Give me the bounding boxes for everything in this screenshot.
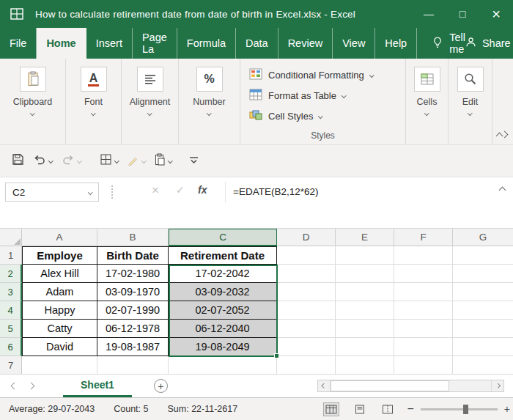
- tell-me-box[interactable]: Tell me: [432, 28, 465, 59]
- zoom-slider-thumb[interactable]: [463, 405, 468, 414]
- row-header-2[interactable]: 2: [0, 265, 22, 283]
- cell-D6[interactable]: [277, 338, 336, 356]
- cell-F4[interactable]: [394, 301, 453, 320]
- redo-button[interactable]: [57, 151, 86, 172]
- cell-B6[interactable]: 19-08-1987: [97, 338, 169, 356]
- cell-D3[interactable]: [277, 283, 336, 301]
- insert-function-button[interactable]: fx: [198, 185, 207, 195]
- cell-D2[interactable]: [277, 265, 336, 283]
- tab-help[interactable]: Help: [375, 28, 417, 59]
- redo-dropdown-icon[interactable]: [77, 158, 81, 163]
- alignment-group-button[interactable]: Alignment: [122, 59, 179, 144]
- format-as-table-dropdown-icon[interactable]: [342, 93, 346, 97]
- save-button[interactable]: [7, 150, 29, 172]
- name-box-dropdown-icon[interactable]: [88, 190, 92, 194]
- cells-group-button[interactable]: Cells: [406, 59, 449, 144]
- cell-E7[interactable]: [336, 356, 394, 374]
- formula-input[interactable]: =EDATE(B2,12*62): [233, 186, 318, 197]
- cell-F5[interactable]: [394, 320, 453, 338]
- format-as-table-button[interactable]: Format as Table: [249, 85, 405, 106]
- font-dropdown-icon[interactable]: [91, 111, 95, 115]
- editing-dropdown-icon[interactable]: [468, 111, 472, 115]
- tab-insert[interactable]: Insert: [86, 28, 133, 59]
- sheet-nav-left-icon[interactable]: [11, 383, 18, 390]
- cell-B3[interactable]: 03-09-1970: [97, 283, 169, 301]
- zoom-slider[interactable]: [421, 408, 498, 410]
- cancel-button[interactable]: ×: [152, 184, 159, 196]
- cell-styles-dropdown-icon[interactable]: [318, 114, 322, 118]
- tab-review[interactable]: Review: [278, 28, 333, 59]
- cell-E4[interactable]: [336, 301, 394, 320]
- cell-B5[interactable]: 06-12-1978: [97, 320, 169, 338]
- tab-formulas[interactable]: Formula: [177, 28, 236, 59]
- scroll-right-button[interactable]: [491, 380, 503, 391]
- cell-C6[interactable]: 19-08-2049: [169, 338, 277, 356]
- zoom-out-button[interactable]: −: [407, 403, 413, 415]
- column-header-G[interactable]: G: [453, 229, 513, 246]
- paste-dropdown-icon[interactable]: [168, 158, 172, 163]
- paste-button[interactable]: [150, 150, 177, 172]
- cell-G5[interactable]: [453, 320, 513, 338]
- cell-D4[interactable]: [277, 301, 336, 320]
- conditional-formatting-button[interactable]: Conditional Formatting: [249, 65, 405, 85]
- cell-E3[interactable]: [336, 283, 394, 301]
- tab-view[interactable]: View: [333, 28, 375, 59]
- horizontal-scrollbar[interactable]: [317, 380, 504, 392]
- cell-F2[interactable]: [394, 265, 453, 283]
- scroll-left-button[interactable]: [318, 380, 331, 391]
- cell-A3[interactable]: Adam: [22, 283, 97, 301]
- row-header-7[interactable]: 7: [0, 356, 22, 374]
- scrollbar-track[interactable]: [331, 380, 491, 391]
- cell-C4[interactable]: 02-07-2052: [169, 301, 277, 320]
- cell-E5[interactable]: [336, 320, 394, 338]
- cell-A6[interactable]: David: [22, 338, 97, 356]
- format-painter-button[interactable]: [123, 151, 150, 172]
- cell-F1[interactable]: [394, 246, 453, 265]
- customize-quick-access-button[interactable]: [184, 152, 204, 171]
- row-header-5[interactable]: 5: [0, 320, 22, 338]
- undo-button[interactable]: [29, 151, 57, 172]
- editing-group-button[interactable]: Edit: [449, 59, 492, 144]
- font-group-button[interactable]: A Font: [66, 59, 122, 144]
- fill-handle[interactable]: [274, 353, 279, 358]
- view-page-layout-button[interactable]: [353, 403, 367, 416]
- number-group-button[interactable]: % Number: [179, 59, 240, 144]
- tab-data[interactable]: Data: [236, 28, 278, 59]
- column-header-F[interactable]: F: [394, 229, 453, 246]
- cell-A7[interactable]: [22, 356, 97, 374]
- borders-button[interactable]: [95, 150, 123, 172]
- cell-D7[interactable]: [277, 356, 336, 374]
- scrollbar-thumb[interactable]: [331, 380, 449, 391]
- cell-C5[interactable]: 06-12-2040: [169, 320, 277, 338]
- cells-dropdown-icon[interactable]: [424, 111, 429, 115]
- enter-button[interactable]: ✓: [176, 185, 185, 195]
- clipboard-group-button[interactable]: Clipboard: [0, 59, 66, 144]
- cell-C7[interactable]: [169, 356, 277, 374]
- cell-A1[interactable]: Employe: [22, 246, 97, 265]
- formula-bar-collapse-icon[interactable]: [499, 187, 506, 194]
- cell-B1[interactable]: Birth Date: [97, 246, 169, 265]
- cell-C2-active[interactable]: 17-02-2042: [169, 265, 277, 283]
- close-button[interactable]: ×: [479, 0, 513, 28]
- number-dropdown-icon[interactable]: [207, 111, 211, 115]
- undo-dropdown-icon[interactable]: [48, 158, 53, 163]
- row-header-1[interactable]: 1: [0, 246, 22, 265]
- sheet-tab-sheet1[interactable]: Sheet1: [63, 375, 132, 397]
- view-page-break-button[interactable]: [380, 403, 395, 416]
- cell-G6[interactable]: [453, 338, 513, 356]
- cell-A2[interactable]: Alex Hill: [22, 265, 97, 283]
- row-header-4[interactable]: 4: [0, 301, 22, 320]
- name-box[interactable]: C2: [5, 183, 99, 202]
- conditional-formatting-dropdown-icon[interactable]: [369, 73, 374, 77]
- tab-page-layout[interactable]: Page La: [133, 28, 177, 59]
- maximize-button[interactable]: □: [446, 0, 479, 28]
- cell-C3[interactable]: 03-09-2032: [169, 283, 277, 301]
- cell-F6[interactable]: [394, 338, 453, 356]
- minimize-button[interactable]: —: [412, 0, 446, 28]
- column-header-B[interactable]: B: [97, 229, 169, 246]
- sheet-nav-right-icon[interactable]: [28, 383, 35, 390]
- share-button[interactable]: Share: [465, 28, 511, 59]
- add-sheet-button[interactable]: +: [154, 379, 168, 393]
- cell-G3[interactable]: [453, 283, 513, 301]
- cell-F7[interactable]: [394, 356, 453, 374]
